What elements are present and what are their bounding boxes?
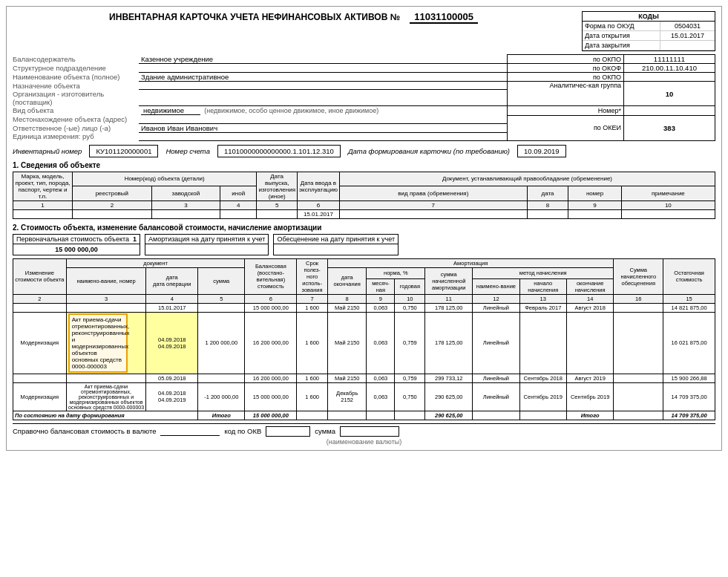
r3-norma-god: 0,759: [395, 374, 425, 382]
vid-row: недвижимое (недвижимое, особо ценное дви…: [139, 106, 507, 116]
col-num-1: 1: [13, 201, 73, 209]
cn-9: 9: [367, 294, 395, 303]
nomer-value: [624, 106, 715, 116]
r4-data-d: 04.09.201804.09.2019: [146, 382, 198, 411]
balans-label: Балансодержатель: [13, 55, 139, 64]
footer-row: По состоянию на дату формирования Итого …: [13, 411, 715, 420]
section2-title: 2. Стоимость объекта, изменение балансов…: [13, 224, 715, 232]
s1-nomer-d: [568, 209, 621, 218]
col-marka: Марка, модель, проект, тип, порода, пасп…: [13, 172, 73, 201]
org-value: [139, 90, 507, 106]
cn-14: 14: [566, 294, 613, 303]
naim-valyuty: (наименование валюты): [13, 438, 715, 446]
r4-summa: -1 200 000,00: [198, 382, 245, 411]
footer-itogo-summa: 15 000 000,00: [245, 411, 297, 420]
col-num-6: 6: [297, 201, 339, 209]
r4-nach: Сентябрь 2019: [519, 382, 566, 411]
r3-okn: Август 2019: [566, 374, 613, 382]
summa-input[interactable]: [340, 426, 399, 437]
r1-summa-nach: 178 125,00: [425, 303, 473, 312]
r4-balans: 15 000 000,00: [245, 382, 297, 411]
struct-label: Структурное подразделение: [13, 64, 139, 73]
spravka-value: [160, 427, 220, 436]
r1-ostatok: 14 821 875,00: [663, 303, 715, 312]
title-row: ИНВЕНТАРНАЯ КАРТОЧКА УЧЕТА НЕФИНАНСОВЫХ …: [13, 11, 715, 51]
r3-prichina: [13, 374, 67, 382]
section1-title: 1. Сведения об объекте: [13, 161, 715, 169]
h-metod: метод начисления: [473, 267, 614, 278]
r4-summa-nach: 290 625,00: [425, 382, 473, 411]
table-row: 05.09.2018 16 200 000,00 1 600 Май 2150 …: [13, 374, 715, 382]
nomer-schet-label: Номер счета: [165, 147, 209, 155]
footer-blank3: [367, 411, 395, 420]
footer-itogo-ostatok: 14 709 375,00: [663, 411, 715, 420]
col-zavod: заводской: [151, 186, 220, 201]
r2-norma-mes: 0,063: [367, 312, 395, 374]
section2-table: Изменение стоимости объекта документ Бал…: [13, 258, 715, 420]
r3-norma-mes: 0,063: [367, 374, 395, 382]
inv-label: Инвентарный номер: [13, 147, 82, 155]
s1-reestr: [73, 209, 152, 218]
col-num-10: 10: [621, 201, 715, 209]
r4-okn: Сентябрь 2019: [566, 382, 613, 411]
page-title: ИНВЕНТАРНАЯ КАРТОЧКА УЧЕТА НЕФИНАНСОВЫХ …: [13, 11, 582, 22]
okpo-label: по ОКПО: [507, 55, 623, 64]
col-vid-prava: вид права (обременения): [339, 186, 527, 201]
r2-metod: Линейный: [473, 312, 519, 374]
s1-prim: [621, 209, 715, 218]
okpo-value: 11111111: [624, 55, 715, 64]
h-dokument: документ: [66, 258, 245, 267]
r1-nach: Февраль 2017: [519, 303, 566, 312]
title-text: ИНВЕНТАРНАЯ КАРТОЧКА УЧЕТА НЕФИНАНСОВЫХ …: [109, 12, 400, 22]
r2-data-d: 04.09.201804.09.2018: [146, 312, 198, 374]
cost-box-2-label: Амортизация на дату принятия к учет: [145, 235, 268, 244]
r1-naim: [66, 303, 146, 312]
col-num-9: 9: [568, 201, 621, 209]
r1-data-d: 15.01.2017: [146, 303, 198, 312]
h-ostatok: Остаточная стоимость: [663, 258, 715, 294]
r1-data-okn: Май 2150: [328, 303, 367, 312]
kod-okv-label: код по ОКВ: [224, 427, 261, 435]
r1-okn: Август 2018: [566, 303, 613, 312]
naznach-value: [139, 82, 507, 90]
r1-prichina: [13, 303, 67, 312]
cn-12: 12: [473, 294, 519, 303]
r3-data-d: 05.09.2018: [146, 374, 198, 382]
cost-box-3: Обесценение на дату принятия к учет: [273, 234, 399, 255]
data-form-value: 10.09.2019: [517, 145, 566, 157]
cn-6: 6: [245, 294, 297, 303]
r2-okn: [566, 312, 613, 374]
codes-title: КОДЫ: [583, 12, 715, 22]
table-row: 15.01.2017 15 000 000,00 1 600 Май 2150 …: [13, 303, 715, 312]
r2-ostatok: 16 021 875,00: [663, 312, 715, 374]
col-num-5: 5: [257, 201, 298, 209]
h-balans: Балансовая (восстано-вительная) стоимост…: [245, 258, 297, 294]
okei-value: 383: [624, 115, 715, 140]
cost-box-3-label: Обесценение на дату принятия к учет: [274, 235, 398, 244]
okof-value: 210.00.11.10.410: [624, 64, 715, 73]
col-num-7: 7: [339, 201, 527, 209]
vid-value: недвижимое: [141, 106, 200, 115]
cost-box-1: Первоначальная стоимость объекта 1 15 00…: [13, 234, 140, 255]
org-label: Организация - изготовитель (поставщик): [13, 90, 139, 106]
r1-metod: Линейный: [473, 303, 519, 312]
r2-nach: [519, 312, 566, 374]
h-srok: Срок полез-ного исполь-зования: [297, 258, 328, 294]
vid-hint: (недвижимое, особо ценное движимое, иное…: [204, 107, 378, 114]
r1-norma-mes: 0,063: [367, 303, 395, 312]
h-amort: Амортизация: [328, 258, 614, 267]
r1-norma-god: 0,750: [395, 303, 425, 312]
r3-summa: [198, 374, 245, 382]
cn-3: 3: [66, 294, 146, 303]
date-close-label: Дата закрытия: [583, 41, 660, 50]
r3-summa-nach: 299 733,12: [425, 374, 473, 382]
col-num-2: 2: [73, 201, 152, 209]
date-open-label: Дата открытия: [583, 31, 660, 41]
section1-row: 15.01.2017: [13, 209, 715, 218]
h-data-okn: дата окончания: [328, 267, 367, 294]
date-open-value: 15.01.2017: [660, 31, 715, 41]
codes-table: Форма по ОКУД 0504031 Дата открытия 15.0…: [583, 22, 715, 50]
kod-okv-input[interactable]: [266, 426, 310, 437]
cn-5: 5: [198, 294, 245, 303]
r1-balans: 15 000 000,00: [245, 303, 297, 312]
